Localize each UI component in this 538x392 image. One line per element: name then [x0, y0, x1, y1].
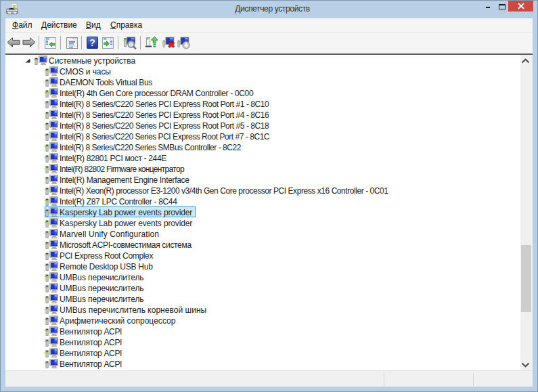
svg-text:?: ? — [89, 37, 95, 48]
